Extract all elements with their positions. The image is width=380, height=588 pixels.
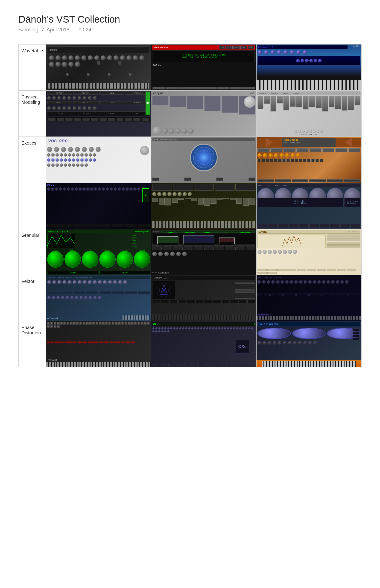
category-label-physical-modeling: Physical Modeling bbox=[19, 91, 46, 137]
synth-image-ethereal: WAVE OSC T1WAVE OSC T2WAVE OSC T3Disharm… bbox=[46, 275, 151, 321]
synth-grid: Wavetable music A-106 8-voices BTNBTNBTN… bbox=[19, 44, 361, 367]
category-label-exotics: Exotics bbox=[19, 137, 46, 183]
category-row-exotics: Exotics voc-one bbox=[19, 137, 361, 183]
synth-image-robinap: Osc1Osc2MixFilterMod ROBIN4P-1 bbox=[257, 275, 361, 321]
synth-cell-astralism: Astralism music bbox=[151, 275, 256, 321]
synth-image-dexed: dexed bbox=[46, 321, 151, 367]
synth-image-cumulus: Sample bbox=[151, 229, 256, 275]
category-row-wavetable: Wavetable music A-106 8-voices BTNBTNBTN… bbox=[19, 44, 361, 91]
date-label: Samstag, 7. April 2018 bbox=[19, 27, 69, 33]
category-row-physical-modeling: Physical Modeling HYPSERPRE-FILTENV1HARM… bbox=[19, 91, 361, 137]
category-label-vektor: Vektor bbox=[19, 275, 46, 321]
page-title: Dänoh's VST Collection bbox=[19, 14, 361, 25]
synth-cell-dexed: dexed bbox=[46, 321, 151, 367]
synth-image-oxe: OXe OXe bbox=[151, 321, 256, 367]
synth-cell-impulse: HYPSERPRE-FILTENV1HARMONICS HYPSERPRE-FI… bbox=[46, 91, 151, 137]
svg-rect-0 bbox=[158, 237, 178, 243]
synth-cell-sobl: A-106 8-voices BTNBTNBTNBTNBTN FILT FREQ… bbox=[151, 44, 256, 91]
category-row-phase-distortion: Phase Distortion dexed OXe bbox=[19, 321, 361, 367]
synth-image-dark2 bbox=[151, 183, 256, 229]
synth-image-impulse: HYPSERPRE-FILTENV1HARMONICS HYPSERPRE-FI… bbox=[46, 91, 151, 137]
synth-image-plex: PLEX Multi-timbral Processor bbox=[151, 137, 256, 183]
category-label-wavetable: Wavetable bbox=[19, 44, 46, 91]
synth-cell-ethereal: WAVE OSC T1WAVE OSC T2WAVE OSC T3Disharm… bbox=[46, 275, 151, 321]
synth-image-triplecheese: Triple Cheese U-He Luscious Synth bbox=[257, 137, 361, 183]
synth-cell-robinap: Osc1Osc2MixFilterMod ROBIN4P-1 bbox=[256, 275, 361, 321]
synth-cell-triplecheese: Triple Cheese U-He Luscious Synth bbox=[256, 137, 361, 183]
synth-image-dark3: Osc1Osc2FilterAmp hb-bit-48rate: 44kHz N… bbox=[257, 183, 361, 229]
category-label-exotics2 bbox=[19, 183, 46, 229]
synth-image-crystal: Crystal Ben Crosland bbox=[257, 229, 361, 275]
synth-cell-ppg: waldorf PPG Wave 3.2V bbox=[256, 44, 361, 91]
synth-cell-mtheory: Source 1 Source 2 Addons Addons m-THEORY… bbox=[256, 91, 361, 137]
synth-cell-vocone: voc-one bbox=[46, 137, 151, 183]
category-row-vektor: Vektor WAVE OSC T1WAVE OSC T2WAVE OSC T3… bbox=[19, 275, 361, 321]
synth-cell-oxe: OXe OXe bbox=[151, 321, 256, 367]
synth-image-polygns: PolyGNS ▼▼▼▼▼ Multitone Synthesis LoadSy… bbox=[46, 229, 151, 275]
svg-rect-1 bbox=[183, 235, 214, 243]
category-label-phase-distortion: Phase Distortion bbox=[19, 321, 46, 367]
synth-cell-dark3: Osc1Osc2FilterAmp hb-bit-48rate: 44kHz N… bbox=[256, 183, 361, 229]
category-label-granular: Granular bbox=[19, 229, 46, 275]
synth-cell-cumulus: Sample bbox=[151, 229, 256, 275]
synth-image-ppg: waldorf PPG Wave 3.2V bbox=[257, 44, 361, 90]
synth-cell-polygns: PolyGNS ▼▼▼▼▼ Multitone Synthesis LoadSy… bbox=[46, 229, 151, 275]
synth-image-astralism: Astralism music bbox=[151, 275, 256, 321]
synth-image-pd3: PHASE DISTORTION bbox=[257, 321, 361, 367]
svg-rect-2 bbox=[219, 237, 235, 242]
synth-image-enzyme: enzyme DXN bbox=[151, 91, 256, 137]
synth-cell-pd3: PHASE DISTORTION bbox=[256, 321, 361, 367]
synth-cell-crystal: Crystal Ben Crosland bbox=[256, 229, 361, 275]
synth-image-dark1: Clock bbox=[46, 183, 151, 229]
synth-image-turbocharged: music bbox=[46, 44, 151, 90]
synth-cell-dark1: Clock bbox=[46, 183, 151, 229]
synth-cell-turbocharged: music bbox=[46, 44, 151, 91]
time-label: 00:24 bbox=[78, 27, 91, 33]
synth-image-mtheory: Source 1 Source 2 Addons Addons m-THEORY… bbox=[257, 91, 361, 137]
category-row-exotics2: Clock bbox=[19, 183, 361, 229]
synth-cell-enzyme: enzyme DXN bbox=[151, 91, 256, 137]
synth-image-vocone: voc-one bbox=[46, 137, 151, 183]
svg-point-8 bbox=[163, 289, 165, 291]
synth-image-sobl: A-106 8-voices BTNBTNBTNBTNBTN FILT FREQ… bbox=[151, 44, 256, 90]
category-row-granular: Granular PolyGNS ▼▼▼▼▼ Multitone Synthes… bbox=[19, 229, 361, 275]
synth-cell-dark2 bbox=[151, 183, 256, 229]
synth-cell-plex: PLEX Multi-timbral Processor bbox=[151, 137, 256, 183]
page-subtitle: Samstag, 7. April 2018 00:24 bbox=[19, 27, 361, 33]
